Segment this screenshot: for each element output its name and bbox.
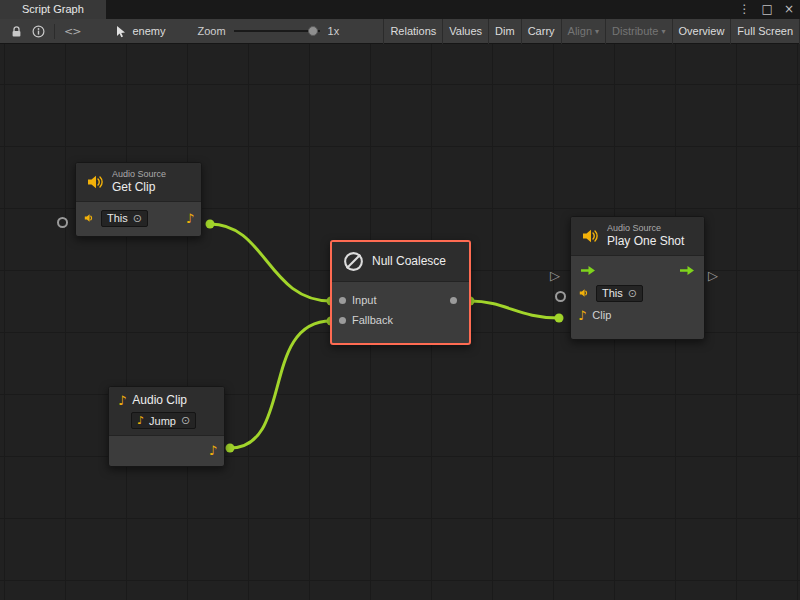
audio-clip-value-field[interactable]: ♪ Jump ⊙ <box>131 412 196 429</box>
target-object-field[interactable]: This ⊙ <box>596 285 643 302</box>
toolbar-button-overview[interactable]: Overview <box>672 19 731 44</box>
graph-toolbar: <> enemy Zoom 1x Relations Values Dim Ca… <box>0 19 800 44</box>
node-title: Null Coalesce <box>372 254 446 269</box>
node-audio-clip[interactable]: ♪ Audio Clip ♪ Jump ⊙ ♪ <box>108 386 225 467</box>
zoom-value: 1x <box>328 25 340 37</box>
port-label: Clip <box>592 309 611 321</box>
tab-script-graph[interactable]: Script Graph <box>0 0 106 19</box>
wire-audioclip-to-fallback[interactable] <box>230 321 331 448</box>
control-flow-row <box>578 258 697 282</box>
audio-source-type-icon <box>83 212 95 224</box>
audio-clip-icon: ♪ <box>118 394 126 407</box>
window-controls: ⋮ □ × <box>739 0 794 19</box>
toolbar-button-align: Align ▾ <box>561 19 605 44</box>
flow-input-triangle-port[interactable]: ▷ <box>550 268 560 283</box>
toolbar-buttons: Relations Values Dim Carry Align ▾ Distr… <box>383 19 800 44</box>
wire-null-to-clip[interactable] <box>470 301 559 318</box>
toolbar-button-fullscreen[interactable]: Full Screen <box>730 19 800 44</box>
lock-icon-svg <box>11 25 22 38</box>
graph-canvas[interactable]: Audio Source Get Clip This ⊙ ♪ <box>0 44 800 600</box>
zoom-label: Zoom <box>197 25 225 37</box>
object-picker-icon[interactable]: ⊙ <box>181 415 190 426</box>
node-play-one-shot-header: Audio Source Play One Shot <box>571 217 704 256</box>
field-value: This <box>107 212 128 224</box>
zoom-slider-track[interactable] <box>234 30 320 32</box>
toolbar-button-relations[interactable]: Relations <box>383 19 442 44</box>
node-null-coalesce[interactable]: Null Coalesce Input Fallback <box>330 240 471 345</box>
null-coalesce-icon <box>342 250 365 273</box>
target-object-field[interactable]: This ⊙ <box>101 210 148 227</box>
audio-clip-output-port[interactable]: ♪ <box>186 212 194 225</box>
audio-clip-output-port[interactable]: ♪ <box>209 444 217 457</box>
port-dot-getclip-output[interactable] <box>206 220 215 229</box>
zoom-control: Zoom 1x <box>197 24 339 38</box>
close-icon[interactable]: × <box>784 0 794 19</box>
maximize-icon[interactable]: □ <box>762 0 773 19</box>
flow-output-triangle-port[interactable]: ▷ <box>708 268 718 283</box>
graph-breadcrumb[interactable]: enemy <box>115 25 165 38</box>
input-port[interactable] <box>339 297 346 304</box>
chevron-down-icon: ▾ <box>662 27 666 36</box>
audio-source-type-icon <box>578 287 590 299</box>
node-category: Audio Source <box>112 169 166 180</box>
kebab-menu-icon[interactable]: ⋮ <box>739 0 751 19</box>
zoom-slider-handle[interactable] <box>308 26 318 36</box>
field-value: Jump <box>149 415 176 427</box>
graph-name: enemy <box>132 25 165 37</box>
port-label: Input <box>352 294 376 306</box>
align-label: Align <box>568 25 592 37</box>
object-picker-icon[interactable]: ⊙ <box>133 213 142 224</box>
node-title: Play One Shot <box>607 234 684 249</box>
node-play-one-shot[interactable]: Audio Source Play One Shot <box>570 216 705 340</box>
distribute-label: Distribute <box>612 25 658 37</box>
port-row-input: Input <box>339 290 462 310</box>
fallback-port[interactable] <box>339 317 346 324</box>
node-audio-clip-header: ♪ Audio Clip ♪ Jump ⊙ <box>109 387 224 436</box>
port-row-fallback: Fallback <box>339 310 462 330</box>
audio-source-icon <box>85 172 105 192</box>
object-picker-icon[interactable]: ⊙ <box>628 288 637 299</box>
port-dot-audioclip-output[interactable] <box>226 444 235 453</box>
node-get-clip[interactable]: Audio Source Get Clip This ⊙ ♪ <box>75 162 202 237</box>
wire-getclip-to-input[interactable] <box>210 224 331 301</box>
port-label: Fallback <box>352 314 393 326</box>
result-output-port[interactable] <box>450 297 457 304</box>
node-title: Get Clip <box>112 180 166 195</box>
field-value: This <box>602 287 623 299</box>
toolbar-button-distribute: Distribute ▾ <box>605 19 671 44</box>
playoneshot-target-input-port[interactable] <box>555 291 566 302</box>
zoom-slider[interactable] <box>234 24 320 38</box>
clip-input-port-icon[interactable]: ♪ <box>578 309 586 322</box>
lock-icon[interactable] <box>6 19 27 43</box>
info-icon-svg <box>32 25 45 38</box>
node-null-coalesce-header: Null Coalesce <box>332 242 469 282</box>
node-get-clip-header: Audio Source Get Clip <box>76 163 201 202</box>
audio-source-icon <box>580 226 600 246</box>
getclip-target-input-port[interactable] <box>57 217 68 228</box>
code-icon[interactable]: <> <box>59 19 85 43</box>
toolbar-separator <box>54 24 55 39</box>
info-icon[interactable] <box>27 19 50 43</box>
toolbar-button-dim[interactable]: Dim <box>488 19 521 44</box>
tab-title: Script Graph <box>22 3 84 15</box>
flow-input-port[interactable] <box>580 265 596 276</box>
tab-bar: Script Graph ⋮ □ × <box>0 0 800 19</box>
flow-output-port[interactable] <box>679 265 695 276</box>
chevron-down-icon: ▾ <box>595 27 599 36</box>
note-icon: ♪ <box>137 414 144 427</box>
node-title: Audio Clip <box>132 393 187 408</box>
node-category: Audio Source <box>607 223 684 234</box>
port-dot-playoneshot-clip[interactable] <box>555 314 564 323</box>
cursor-icon <box>115 25 127 38</box>
toolbar-button-carry[interactable]: Carry <box>521 19 561 44</box>
toolbar-button-values[interactable]: Values <box>442 19 488 44</box>
